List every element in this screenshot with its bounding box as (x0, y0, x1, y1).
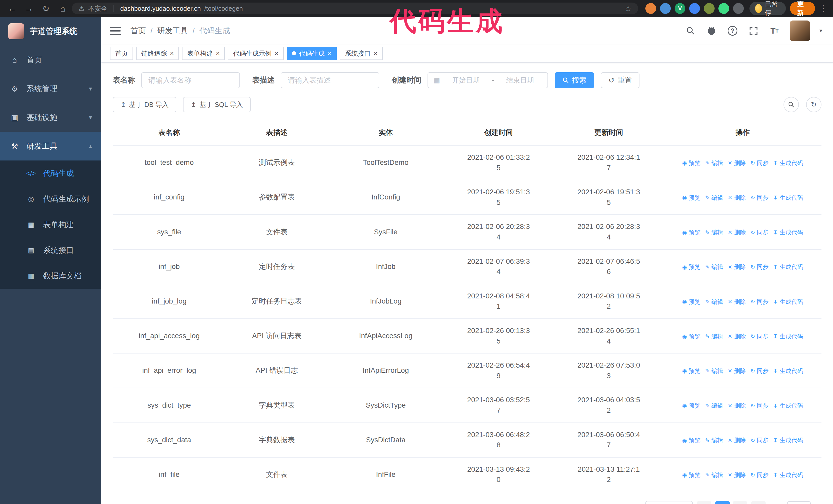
breadcrumb-item[interactable]: 研发工具 (157, 26, 188, 36)
page-button-2[interactable]: 2 (733, 501, 747, 504)
tab-item[interactable]: 代码生成示例× (228, 47, 284, 60)
action-download[interactable]: ↧生成代码 (773, 332, 803, 341)
action-eye[interactable]: ◉预览 (682, 471, 700, 479)
action-delete[interactable]: ✕删除 (728, 159, 746, 167)
action-edit[interactable]: ✎编辑 (705, 367, 723, 375)
sidebar-item[interactable]: ▣基础设施▾ (0, 103, 101, 132)
extension-v[interactable]: V (674, 3, 685, 14)
action-download[interactable]: ↧生成代码 (773, 402, 803, 410)
reload-icon[interactable]: ↻ (40, 2, 52, 15)
refresh-button[interactable]: ↻ (806, 97, 822, 112)
action-edit[interactable]: ✎编辑 (705, 228, 723, 237)
action-eye[interactable]: ◉预览 (682, 159, 700, 167)
sidebar-subitem[interactable]: ▤系统接口 (0, 237, 101, 263)
caret-down-icon[interactable]: ▾ (819, 27, 822, 34)
update-button[interactable]: 更新 (790, 2, 815, 15)
tab-item[interactable]: 首页 (110, 47, 133, 60)
next-page-button[interactable]: › (751, 501, 766, 504)
prev-page-button[interactable]: ‹ (697, 501, 711, 504)
tab-item[interactable]: 系统接口× (340, 47, 383, 60)
date-range-picker[interactable]: ▦ 开始日期 - 结束日期 (428, 72, 548, 88)
action-eye[interactable]: ◉预览 (682, 297, 700, 306)
action-delete[interactable]: ✕删除 (728, 436, 746, 445)
action-download[interactable]: ↧生成代码 (773, 436, 803, 445)
close-icon[interactable]: × (275, 50, 278, 57)
sidebar-item[interactable]: ⚙系统管理▾ (0, 74, 101, 103)
close-icon[interactable]: × (216, 50, 220, 57)
address-bar[interactable]: ⚠ 不安全 dashboard.yudao.iocoder.cn/tool/co… (72, 3, 638, 14)
action-eye[interactable]: ◉预览 (682, 263, 700, 271)
security-label[interactable]: 不安全 (88, 4, 108, 13)
action-edit[interactable]: ✎编辑 (705, 194, 723, 202)
action-sync[interactable]: ↻同步 (751, 402, 769, 410)
github-icon[interactable] (706, 25, 717, 37)
sidebar-subitem[interactable]: ▦表单构建 (0, 212, 101, 237)
tab-active[interactable]: 代码生成× (287, 47, 337, 60)
forward-icon[interactable]: → (23, 2, 35, 15)
action-eye[interactable]: ◉预览 (682, 194, 700, 202)
toggle-search-button[interactable] (784, 97, 799, 112)
action-sync[interactable]: ↻同步 (751, 471, 769, 479)
paused-badge[interactable]: 已暂停 (749, 2, 786, 15)
action-delete[interactable]: ✕删除 (728, 471, 746, 479)
action-eye[interactable]: ◉预览 (682, 367, 700, 375)
action-edit[interactable]: ✎编辑 (705, 332, 723, 341)
action-delete[interactable]: ✕删除 (728, 367, 746, 375)
extension-puzzle[interactable] (733, 3, 744, 14)
page-size-select[interactable]: 10条/页 ▾ (645, 501, 693, 504)
close-icon[interactable]: × (328, 50, 332, 57)
action-delete[interactable]: ✕删除 (728, 297, 746, 306)
action-sync[interactable]: ↻同步 (751, 228, 769, 237)
action-edit[interactable]: ✎编辑 (705, 159, 723, 167)
tab-item[interactable]: 表单构建× (182, 47, 225, 60)
action-download[interactable]: ↧生成代码 (773, 194, 803, 202)
extension-leaf[interactable] (718, 3, 729, 14)
action-sync[interactable]: ↻同步 (751, 159, 769, 167)
action-download[interactable]: ↧生成代码 (773, 471, 803, 479)
action-delete[interactable]: ✕删除 (728, 263, 746, 271)
close-icon[interactable]: × (170, 50, 174, 57)
table-desc-input[interactable] (281, 72, 379, 88)
back-icon[interactable]: ← (6, 2, 19, 15)
import-sql-button[interactable]: ↥ 基于 SQL 导入 (183, 97, 251, 112)
reset-button[interactable]: ↺ 重置 (601, 72, 640, 88)
action-edit[interactable]: ✎编辑 (705, 402, 723, 410)
action-delete[interactable]: ✕删除 (728, 228, 746, 237)
search-button[interactable]: 搜索 (555, 72, 594, 88)
table-name-input[interactable] (141, 72, 240, 88)
action-edit[interactable]: ✎编辑 (705, 297, 723, 306)
page-button-1[interactable]: 1 (715, 501, 730, 504)
action-edit[interactable]: ✎编辑 (705, 263, 723, 271)
extension-drop[interactable] (660, 3, 671, 14)
fontsize-icon[interactable]: TT (769, 25, 781, 37)
action-eye[interactable]: ◉预览 (682, 402, 700, 410)
action-download[interactable]: ↧生成代码 (773, 159, 803, 167)
extension-people[interactable] (689, 3, 700, 14)
kebab-menu-icon[interactable]: ⋮ (819, 4, 827, 13)
action-eye[interactable]: ◉预览 (682, 436, 700, 445)
action-edit[interactable]: ✎编辑 (705, 471, 723, 479)
action-sync[interactable]: ↻同步 (751, 332, 769, 341)
home-icon[interactable]: ⌂ (56, 2, 69, 15)
sidebar-subitem[interactable]: ◎代码生成示例 (0, 186, 101, 212)
action-download[interactable]: ↧生成代码 (773, 263, 803, 271)
hamburger-icon[interactable] (110, 27, 121, 35)
tab-item[interactable]: 链路追踪× (136, 47, 179, 60)
action-download[interactable]: ↧生成代码 (773, 228, 803, 237)
action-sync[interactable]: ↻同步 (751, 436, 769, 445)
extension-olive[interactable] (704, 3, 715, 14)
action-sync[interactable]: ↻同步 (751, 297, 769, 306)
action-delete[interactable]: ✕删除 (728, 194, 746, 202)
user-avatar[interactable] (790, 21, 810, 41)
goto-page-input[interactable] (787, 501, 811, 504)
import-db-button[interactable]: ↥ 基于 DB 导入 (113, 97, 176, 112)
sidebar-subitem[interactable]: ▥数据库文档 (0, 263, 101, 289)
close-icon[interactable]: × (374, 50, 378, 57)
action-delete[interactable]: ✕删除 (728, 332, 746, 341)
sidebar-subitem[interactable]: </>代码生成 (0, 161, 101, 186)
bookmark-star-icon[interactable]: ☆ (625, 4, 632, 13)
action-delete[interactable]: ✕删除 (728, 402, 746, 410)
help-icon[interactable]: ? (727, 25, 738, 37)
breadcrumb-item[interactable]: 首页 (130, 26, 146, 36)
action-eye[interactable]: ◉预览 (682, 228, 700, 237)
